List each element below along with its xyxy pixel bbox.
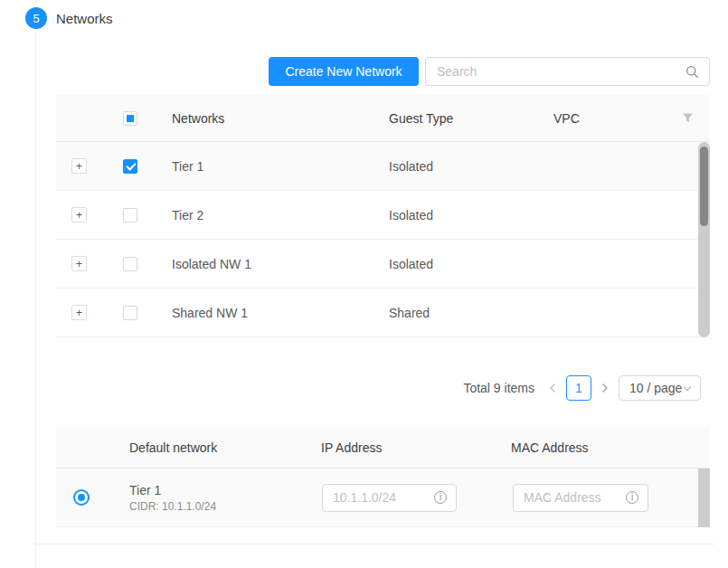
network-name: Shared NW 1: [154, 306, 380, 320]
row-checkbox[interactable]: [123, 159, 137, 174]
table-row[interactable]: + Shared NW 1 Shared: [56, 289, 710, 337]
table-row[interactable]: + Isolated NW 1 Isolated: [56, 240, 710, 289]
vertical-scrollbar-track[interactable]: [698, 469, 710, 527]
column-header-guest-type: Guest Type: [380, 111, 543, 126]
create-new-network-button[interactable]: Create New Network: [269, 57, 419, 86]
table-row[interactable]: + Tier 2 Isolated: [56, 191, 710, 240]
vm-wizard-networks-step: 5 Networks Create New Network Networks G…: [0, 0, 728, 568]
row-checkbox[interactable]: [123, 306, 137, 320]
network-name: Tier 2: [154, 208, 380, 222]
step-connector-line: [35, 33, 36, 568]
info-icon: [434, 491, 447, 504]
select-all-checkbox[interactable]: [123, 111, 137, 126]
pagination: Total 9 items 1 10 / page: [463, 375, 701, 401]
chevron-right-icon: [601, 383, 609, 393]
step-number: 5: [33, 12, 39, 25]
guest-type-value: Isolated: [380, 257, 543, 271]
default-network-row[interactable]: Tier 1 CIDR: 10.1.1.0/24: [56, 469, 710, 527]
expand-row-button[interactable]: +: [71, 305, 87, 320]
step-title: Networks: [56, 11, 113, 26]
column-header-ip-address: IP Address: [309, 440, 501, 455]
networks-table: Networks Guest Type VPC + Tier 1 Isolate…: [56, 95, 710, 337]
expand-row-button[interactable]: +: [71, 256, 87, 271]
info-icon: [626, 491, 638, 504]
column-header-networks: Networks: [154, 111, 380, 126]
pagination-page-1[interactable]: 1: [566, 375, 591, 401]
default-network-table-header: Default network IP Address MAC Address: [56, 427, 710, 469]
chevron-left-icon: [549, 383, 556, 393]
column-header-mac-address: MAC Address: [501, 440, 710, 455]
select-all-cell: [106, 111, 154, 126]
default-network-table: Default network IP Address MAC Address T…: [56, 427, 710, 527]
page-size-select[interactable]: 10 / page: [619, 375, 701, 401]
step-number-badge: 5: [25, 7, 47, 29]
expand-row-button[interactable]: +: [71, 207, 87, 222]
ip-address-input[interactable]: [323, 490, 434, 505]
pagination-total: Total 9 items: [463, 381, 534, 395]
chevron-down-icon: [683, 385, 692, 393]
page-size-value: 10 / page: [629, 381, 682, 395]
search-input[interactable]: [426, 64, 685, 79]
section-divider: [34, 544, 714, 544]
column-header-default-network: Default network: [106, 440, 309, 455]
search-icon[interactable]: [685, 65, 699, 79]
filter-cell: [669, 112, 710, 124]
network-name: Tier 1: [154, 159, 380, 174]
search-box[interactable]: [425, 57, 710, 86]
table-row[interactable]: + Tier 1 Isolated: [56, 142, 710, 191]
pagination-prev-button[interactable]: [544, 375, 561, 401]
default-network-name: Tier 1: [129, 483, 309, 497]
mac-address-input[interactable]: [514, 490, 626, 505]
step-connector-top: [35, 0, 36, 5]
default-network-cidr: CIDR: 10.1.1.0/24: [129, 500, 309, 513]
guest-type-value: Isolated: [380, 208, 543, 222]
row-checkbox[interactable]: [123, 257, 137, 271]
mac-address-field[interactable]: [513, 484, 648, 512]
network-name: Isolated NW 1: [154, 257, 380, 271]
guest-type-value: Isolated: [380, 159, 543, 174]
guest-type-value: Shared: [380, 306, 543, 320]
row-checkbox[interactable]: [123, 208, 137, 222]
networks-table-header: Networks Guest Type VPC: [56, 95, 710, 142]
vertical-scrollbar-thumb[interactable]: [700, 147, 708, 226]
filter-icon[interactable]: [682, 112, 694, 124]
default-network-radio[interactable]: [73, 489, 90, 506]
column-header-vpc: VPC: [543, 111, 669, 126]
expand-row-button[interactable]: +: [71, 158, 87, 174]
pagination-next-button[interactable]: [597, 375, 613, 401]
ip-address-field[interactable]: [322, 484, 457, 512]
